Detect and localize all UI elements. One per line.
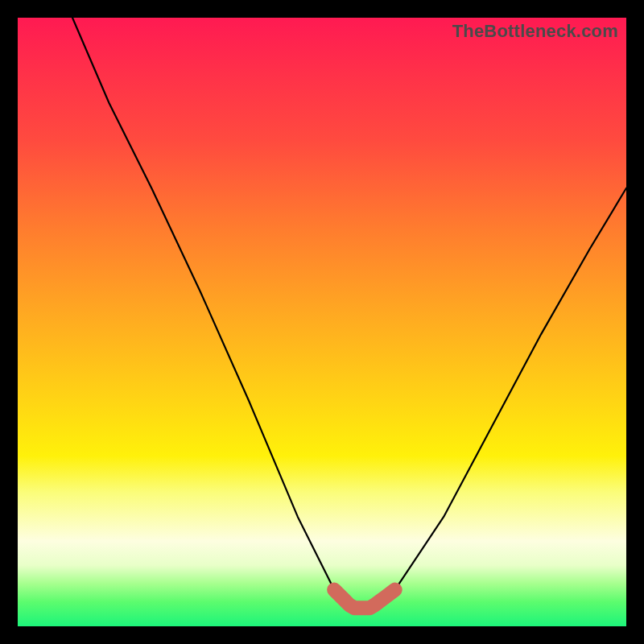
optimum-range-marker (334, 590, 395, 609)
bottleneck-curve (72, 18, 626, 608)
plot-area: TheBottleneck.com (18, 18, 626, 626)
curve-overlay (18, 18, 626, 626)
chart-frame: TheBottleneck.com (0, 0, 644, 644)
